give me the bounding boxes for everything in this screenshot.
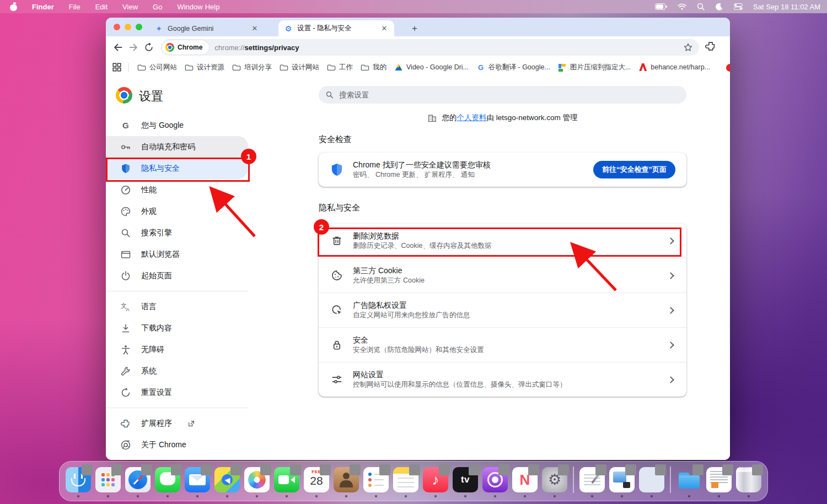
dock-reminders-icon[interactable] [363, 467, 389, 492]
menu-clock[interactable]: Sat Sep 18 11:02 AM [753, 3, 820, 11]
bookmark-label: 培训分享 [244, 63, 272, 72]
bookmark-drive[interactable]: Video - Google Dri... [390, 63, 472, 72]
search-icon [325, 90, 334, 99]
folder-icon [185, 63, 194, 72]
dock-launchpad-icon[interactable] [95, 467, 121, 492]
sidebar-item-on-startup[interactable]: 起始页面 [106, 265, 248, 286]
bookmark-label: 我的 [373, 63, 386, 72]
row-site-settings[interactable]: 网站设置 控制网站可以使用和显示的信息（位置信息、摄像头、弹出式窗口等） [319, 362, 686, 397]
window-minimize-button[interactable] [125, 24, 131, 30]
moon-icon[interactable] [715, 3, 723, 11]
bookmark-folder[interactable]: 公司网站 [133, 63, 181, 72]
row-security[interactable]: 安全 安全浏览（防范危险网站）和其他安全设置 [319, 327, 686, 362]
dock-mail-icon[interactable] [185, 467, 210, 492]
bookmark-folder[interactable]: 设计网站 [276, 63, 323, 72]
apple-menu-icon[interactable] [10, 3, 17, 11]
dock-messages-icon[interactable] [155, 467, 180, 492]
sidebar-item-extensions[interactable]: 扩展程序 [106, 413, 248, 434]
bookmark-folder[interactable]: 工作 [323, 63, 357, 72]
reload-icon[interactable] [141, 40, 157, 55]
sidebar-item-default-browser[interactable]: 默认浏览器 [106, 243, 248, 265]
site-chip[interactable]: Chrome [162, 40, 209, 55]
dock-notes-icon[interactable] [393, 467, 418, 492]
sidebar-item-search-engine[interactable]: 搜索引擎 [106, 222, 248, 243]
menu-help[interactable]: Help [205, 3, 220, 11]
dock-finder-icon[interactable] [66, 467, 91, 492]
google-g-icon: G [476, 63, 485, 72]
row-third-party-cookies[interactable]: 第三方 Cookie 允许使用第三方 Cookie [319, 258, 686, 292]
dock-trash-icon[interactable] [736, 467, 761, 492]
settings-search[interactable] [319, 86, 686, 104]
tab-close-icon[interactable]: ✕ [380, 24, 389, 33]
wifi-icon[interactable] [678, 3, 686, 10]
sidebar-item-reset[interactable]: 重置设置 [106, 382, 248, 403]
control-center-icon[interactable] [734, 3, 743, 10]
bookmark-translate[interactable]: G谷歌翻译 - Google... [472, 63, 554, 72]
go-to-safety-check-button[interactable]: 前往“安全检查”页面 [593, 161, 675, 178]
new-tab-button[interactable]: + [408, 22, 421, 35]
menu-finder[interactable]: Finder [32, 3, 54, 11]
sidebar-item-appearance[interactable]: 外观 [106, 200, 248, 222]
menu-file[interactable]: File [69, 3, 80, 11]
row-ad-privacy[interactable]: 广告隐私权设置 自定义网站可用来向您投放广告的信息 [319, 292, 686, 327]
annotation-step-2-badge: 2 [314, 219, 329, 235]
tab-google-gemini[interactable]: ✦ Google Gemini ✕ [149, 20, 265, 36]
back-icon[interactable] [110, 40, 126, 55]
window-close-button[interactable] [114, 24, 120, 30]
spotlight-icon[interactable] [697, 3, 705, 10]
bookmark-folder[interactable]: 我的 [357, 63, 390, 72]
row-title: 第三方 Cookie [353, 265, 658, 276]
safety-check-card: Chrome 找到了一些安全建议需要您审核 密码、 Chrome 更新、 扩展程… [319, 153, 686, 187]
bookmark-compress[interactable]: 图片压缩到指定大... [554, 63, 635, 72]
sidebar-item-languages[interactable]: 文A语言 [106, 296, 248, 317]
bookmark-star-icon[interactable] [683, 42, 694, 55]
url-text[interactable]: chrome://settings/privacy [214, 44, 299, 52]
dock-textedit-icon[interactable] [579, 467, 605, 492]
bookmark-label: 设计网站 [292, 63, 319, 72]
menu-edit[interactable]: Edit [95, 3, 108, 11]
dock-system-preferences-icon[interactable]: ⚙ [542, 467, 567, 492]
battery-icon[interactable] [655, 3, 667, 10]
extensions-puzzle-icon[interactable] [705, 40, 717, 55]
chevron-right-icon [667, 272, 674, 279]
url-bar[interactable]: Chrome chrome://settings/privacy [161, 39, 699, 56]
dock-calendar-icon[interactable]: FEB28 [304, 467, 329, 492]
behance-icon [638, 63, 647, 72]
sidebar-item-about-chrome[interactable]: 关于 Chrome [106, 434, 248, 456]
annotation-rect-privacy-sidebar [106, 158, 250, 182]
dock-news-icon[interactable]: N [512, 467, 538, 492]
sidebar-item-downloads[interactable]: 下载内容 [106, 317, 248, 339]
tab-close-icon[interactable]: ✕ [250, 24, 259, 33]
dock-app-icon[interactable] [639, 467, 664, 492]
dock-downloads-folder-icon[interactable] [676, 467, 702, 492]
window-zoom-button[interactable] [136, 24, 142, 30]
bookmark-folder[interactable]: 设计资源 [181, 63, 228, 72]
sidebar-item-you-and-google[interactable]: G您与 Google [106, 115, 248, 136]
dock-safari-icon[interactable] [125, 467, 151, 492]
safety-check-heading: 安全检查 [319, 134, 352, 145]
dock-document-icon[interactable] [706, 467, 732, 492]
menu-view[interactable]: View [122, 3, 138, 11]
bookmark-folder[interactable]: 培训分享 [228, 63, 276, 72]
dock-tv-icon[interactable]: tv [453, 467, 478, 492]
settings-search-input[interactable] [338, 90, 680, 100]
dock-maps-icon[interactable] [214, 467, 240, 492]
sidebar-item-performance[interactable]: 性能 [106, 179, 248, 200]
sidebar-item-accessibility[interactable]: 无障碍 [106, 339, 248, 360]
dock-facetime-icon[interactable] [274, 467, 299, 492]
bookmark-behance[interactable]: behance.net/harp... [635, 63, 714, 72]
menu-window[interactable]: Window [177, 3, 202, 11]
dock-photos-icon[interactable] [244, 467, 270, 492]
managed-profile-link[interactable]: 个人资料 [457, 113, 486, 122]
tab-settings-privacy[interactable]: ⚙ 设置 - 隐私与安全 ✕ [278, 20, 394, 36]
forward-icon[interactable] [126, 40, 141, 55]
dock-podcasts-icon[interactable] [482, 467, 508, 492]
dock-preview-icon[interactable] [609, 467, 635, 492]
dock-contacts-icon[interactable] [334, 467, 359, 492]
cookie-icon [331, 269, 343, 281]
menu-go[interactable]: Go [153, 3, 162, 11]
apps-grid-icon[interactable] [106, 63, 125, 72]
sidebar-item-autofill[interactable]: 自动填充和密码 [106, 136, 248, 158]
sidebar-item-system[interactable]: 系统 [106, 360, 248, 382]
dock-music-icon[interactable]: ♪ [423, 467, 448, 492]
